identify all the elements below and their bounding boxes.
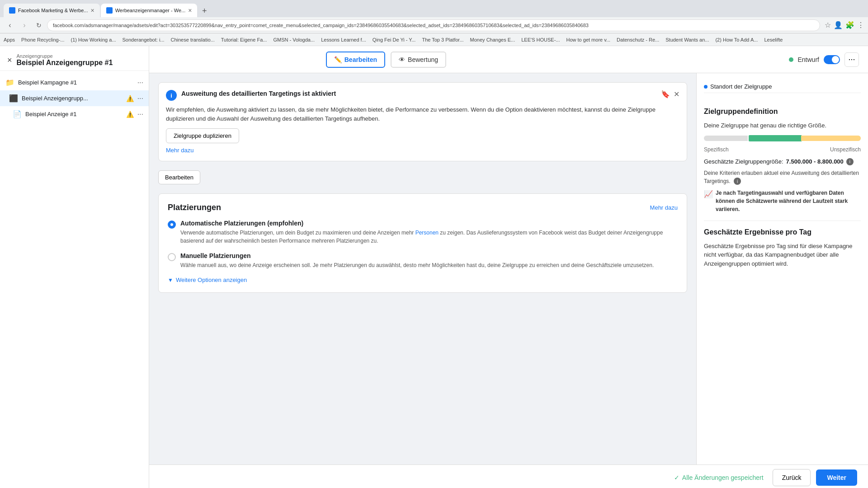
audience-meter	[704, 136, 861, 141]
location-label: Standort der Zielgruppe	[710, 83, 772, 90]
bookmark-tutorial[interactable]: Tutorial: Eigene Fa...	[221, 37, 267, 42]
sidebar-item-ad[interactable]: 📄 Beispiel Anzeige #1 ⚠️ ···	[0, 106, 149, 122]
campaign-more-btn[interactable]: ···	[137, 79, 143, 87]
back-nav-btn[interactable]: ‹	[4, 19, 16, 32]
tab-1-close[interactable]: ×	[90, 7, 94, 14]
daily-results-desc: Geschätzte Ergebnisse pro Tag sind für d…	[704, 242, 861, 268]
sidebar-header: × Anzeigengruppe Beispiel Anzeigengruppe…	[0, 46, 149, 71]
forward-nav-btn[interactable]: ›	[18, 19, 31, 32]
tab-1[interactable]: Facebook Marketing & Werbe... ×	[4, 4, 100, 17]
tab-2-favicon	[106, 7, 113, 14]
bookmark-gmsn[interactable]: GMSN - Vologda...	[273, 37, 315, 42]
auto-placement-desc: Verwende automatische Platzierungen, um …	[180, 229, 678, 245]
bookmark-howto[interactable]: How to get more v...	[566, 37, 610, 42]
bookmark-working[interactable]: (1) How Working a...	[71, 37, 116, 42]
bookmark-star-icon[interactable]: ☆	[825, 21, 831, 29]
info-box-body: Wir empfehlen, die Ausweitung aktiviert …	[166, 105, 679, 123]
sidebar-list: 📁 Beispiel Kampagne #1 ··· ⬛ Beispiel An…	[0, 71, 149, 488]
edit-button[interactable]: ✏️ Bearbeiten	[326, 52, 385, 68]
size-info-icon[interactable]: i	[846, 158, 854, 165]
bookmark-money[interactable]: Money Changes E...	[470, 37, 515, 42]
duplicate-audience-btn[interactable]: Zielgruppe duplizieren	[166, 128, 239, 143]
bookmark-top3[interactable]: The Top 3 Platfor...	[422, 37, 463, 42]
tab-2[interactable]: Werbeanzeigenmanager - We... ×	[101, 4, 198, 17]
bookmark-sonder[interactable]: Sonderangebot: i...	[123, 37, 165, 42]
browser-tabs-bar: Facebook Marketing & Werbe... × Werbeanz…	[0, 0, 868, 17]
audience-desc: Deine Zielgruppe hat genau die richtige …	[704, 121, 861, 130]
next-button[interactable]: Weiter	[816, 469, 857, 486]
section-edit-btn[interactable]: Bearbeiten	[158, 170, 200, 184]
auto-placement-option[interactable]: Automatische Platzierungen (empfohlen) V…	[168, 220, 678, 245]
expansion-info-icon[interactable]: i	[734, 178, 741, 185]
profile-icon[interactable]: 👤	[834, 21, 843, 29]
auto-desc-link[interactable]: Personen	[415, 230, 439, 236]
extension-icon[interactable]: 🧩	[845, 21, 854, 29]
pencil-icon: ✏️	[334, 56, 342, 63]
ad-more-btn[interactable]: ···	[137, 110, 143, 118]
back-button[interactable]: Zurück	[773, 469, 811, 486]
more-options-btn[interactable]: ▼ Weitere Optionen anzeigen	[168, 277, 678, 283]
expansion-note: Deine Kriterien erlauben aktuel eine Aus…	[704, 169, 861, 185]
bookmark-add[interactable]: (2) How To Add A...	[715, 37, 758, 42]
bookmarks-bar: Apps Phone Recycling-... (1) How Working…	[0, 33, 868, 46]
bookmark-apps[interactable]: Apps	[4, 37, 15, 42]
info-close-btn[interactable]: ✕	[674, 90, 679, 99]
right-divider	[704, 221, 861, 221]
info-bookmark-btn[interactable]: 🔖	[661, 90, 670, 99]
manual-placement-content: Manuelle Platzierungen Wähle manuell aus…	[180, 252, 678, 269]
bookmark-chinese[interactable]: Chinese translatio...	[171, 37, 215, 42]
preview-label: Bewertung	[408, 56, 438, 63]
variation-note: Je nach Targetingauswahl und verfügbaren…	[716, 189, 861, 213]
sidebar-title-group: Anzeigengruppe Beispiel Anzeigengruppe #…	[17, 53, 142, 67]
sidebar-subtitle: Anzeigengruppe	[17, 53, 142, 59]
auto-placement-radio[interactable]	[168, 221, 176, 229]
reload-btn[interactable]: ↻	[33, 19, 45, 32]
bookmark-lee[interactable]: LEE'S HOUSE-...	[521, 37, 560, 42]
bookmark-student[interactable]: Student Wants an...	[665, 37, 709, 42]
tab-2-close[interactable]: ×	[188, 7, 192, 14]
bookmark-qing[interactable]: Qing Fei De Yi - Y...	[373, 37, 416, 42]
placements-more-link[interactable]: Mehr dazu	[650, 204, 678, 211]
toggle-knob	[832, 56, 839, 63]
variation-note-row: 📈 Je nach Targetingauswahl und verfügbar…	[704, 189, 861, 213]
audience-definition-section: Zielgruppendefinition Deine Zielgruppe h…	[704, 108, 861, 213]
bottom-bar: ✓ Alle Änderungen gespeichert Zurück Wei…	[149, 465, 868, 488]
tab-new[interactable]: +	[198, 5, 211, 17]
sidebar-close-btn[interactable]: ×	[7, 56, 12, 65]
specific-label: Spezifisch	[704, 146, 729, 153]
sidebar-item-campaign[interactable]: 📁 Beispiel Kampagne #1 ···	[0, 75, 149, 90]
manual-placement-title: Manuelle Platzierungen	[180, 252, 678, 259]
bookmark-lese[interactable]: Leselifte	[764, 37, 783, 42]
more-dots-icon: ···	[848, 55, 855, 64]
info-more-link[interactable]: Mehr dazu	[166, 147, 193, 154]
ad-doc-icon: 📄	[13, 110, 22, 118]
edit-section: Bearbeiten	[158, 170, 687, 184]
section-edit-label: Bearbeiten	[165, 174, 193, 181]
info-box-actions: 🔖 ✕	[661, 90, 679, 99]
bookmark-phone[interactable]: Phone Recycling-...	[21, 37, 64, 42]
status-toggle[interactable]	[824, 55, 840, 64]
ad-label: Beispiel Anzeige #1	[25, 111, 123, 117]
manual-placement-radio[interactable]	[168, 253, 176, 261]
size-value: 7.500.000 - 8.800.000	[786, 158, 844, 165]
ad-warning-icon: ⚠️	[126, 111, 134, 118]
location-tag: Standort der Zielgruppe	[704, 80, 861, 93]
auto-placement-content: Automatische Platzierungen (empfohlen) V…	[180, 220, 678, 245]
edit-label: Bearbeiten	[344, 56, 377, 63]
manual-placement-option[interactable]: Manuelle Platzierungen Wähle manuell aus…	[168, 252, 678, 269]
url-bar[interactable]: facebook.com/adsmanager/manage/adsets/ed…	[47, 19, 820, 31]
bookmark-datenschutz[interactable]: Datenschutz - Re...	[617, 37, 659, 42]
meter-green-fill	[748, 134, 802, 142]
sidebar-item-adset[interactable]: ⬛ Beispiel Anzeigengrupp... ⚠️ ···	[0, 90, 149, 106]
adset-more-btn[interactable]: ···	[137, 94, 143, 103]
daily-results-section: Geschätzte Ergebnisse pro Tag Geschätzte…	[704, 228, 861, 268]
tab-1-title: Facebook Marketing & Werbe...	[18, 8, 88, 13]
more-options-label: Weitere Optionen anzeigen	[176, 277, 247, 283]
menu-dots-icon[interactable]: ⋮	[857, 21, 864, 29]
info-box-title: Ausweitung des detaillierten Targetings …	[181, 90, 656, 97]
header-more-btn[interactable]: ···	[844, 52, 859, 67]
bookmark-lessons[interactable]: Lessons Learned f...	[321, 37, 366, 42]
sidebar-title: Beispiel Anzeigengruppe #1	[17, 59, 142, 67]
preview-button[interactable]: 👁 Bewertung	[391, 52, 446, 68]
top-bar-actions: ✏️ Bearbeiten 👁 Bewertung	[326, 52, 446, 68]
